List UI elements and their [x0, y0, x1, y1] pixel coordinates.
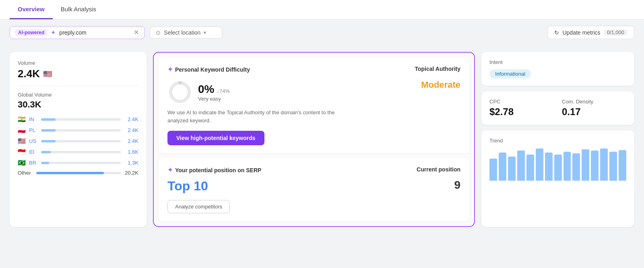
top-nav: Overview Bulk Analysis	[0, 0, 644, 19]
trend-bar	[526, 155, 534, 181]
country-flag: 🇧🇷	[18, 159, 26, 167]
other-row: Other 20.2K	[18, 170, 138, 176]
country-bar	[41, 151, 51, 153]
trend-bar	[508, 157, 516, 181]
trend-label: Trend	[489, 138, 626, 144]
global-volume-label: Global Volume	[18, 92, 138, 98]
pkd-percent: 0% ↓74%	[198, 83, 230, 96]
pkd-percent-value: 0%	[198, 83, 214, 96]
ai-badge: AI-powered	[15, 29, 47, 36]
trend-bar	[582, 149, 589, 181]
current-position-label: Current position	[417, 166, 460, 173]
country-bar-container	[41, 162, 121, 164]
view-keywords-button[interactable]: View high-potential keywords	[167, 131, 264, 145]
country-value: 1.6K	[124, 149, 138, 155]
spark-icon: ✦	[51, 29, 56, 36]
update-count: 0/1,000	[604, 29, 627, 36]
location-selector[interactable]: ⊙ Select location ▾	[150, 27, 222, 39]
volume-label: Volume	[18, 60, 138, 66]
pkd-header: ✦ Personal Keyword Difficulty Topical Au…	[167, 66, 460, 73]
trend-bar	[619, 150, 626, 181]
pkd-description: We use AI to indicate the Topical Author…	[167, 109, 460, 124]
update-metrics-button[interactable]: ↻ Update metrics 0/1,000	[547, 26, 634, 39]
country-bar	[41, 118, 56, 121]
divider-1	[18, 86, 138, 86]
density-section: Com. Density 0.17	[562, 99, 626, 118]
refresh-icon: ↻	[554, 29, 559, 36]
serp-header: ✦ Your potential position on SERP Curren…	[167, 166, 460, 174]
clear-button[interactable]: ✕	[133, 29, 140, 36]
tab-overview[interactable]: Overview	[10, 0, 53, 19]
cpc-label: CPC	[489, 99, 554, 105]
search-box: AI-powered ✦ ✕	[10, 26, 145, 39]
pkd-card: ✦ Personal Keyword Difficulty Topical Au…	[159, 58, 469, 153]
location-icon: ⊙	[156, 29, 161, 36]
country-flag: 🇮🇩	[18, 148, 26, 156]
country-row: 🇮🇩 ID 1.6K	[18, 148, 138, 156]
trend-card: Trend	[481, 130, 634, 227]
middle-highlighted: ✦ Personal Keyword Difficulty Topical Au…	[153, 52, 475, 227]
trend-bar	[489, 159, 497, 181]
trend-bar	[545, 153, 553, 181]
donut-chart	[167, 80, 192, 105]
chevron-down-icon: ▾	[204, 30, 206, 35]
trend-bar	[554, 155, 562, 181]
country-code: IN	[29, 116, 38, 122]
pkd-delta: ↓74%	[217, 88, 230, 94]
cpc-density-row: CPC $2.78 Com. Density 0.17	[489, 99, 626, 118]
trend-bars	[489, 148, 626, 181]
serp-body: Top 10 9	[167, 179, 460, 194]
country-row: 🇺🇸 US 2.4K	[18, 137, 138, 145]
intent-card: Intent Informational	[481, 52, 634, 86]
pkd-title-text: Personal Keyword Difficulty	[175, 66, 250, 73]
main-content: Volume 2.4K 🇺🇸 Global Volume 30.3K 🇮🇳 IN…	[0, 45, 644, 233]
analyze-competitors-button[interactable]: Analyze competitors	[167, 200, 230, 213]
domain-input[interactable]	[59, 29, 130, 36]
global-volume-value: 30.3K	[18, 99, 138, 110]
cpc-value: $2.78	[489, 106, 554, 118]
other-bar-container	[36, 172, 121, 174]
country-bar	[41, 140, 56, 142]
topical-auth-value: Moderate	[421, 80, 460, 90]
update-metrics-label: Update metrics	[562, 29, 600, 36]
country-bar	[41, 129, 56, 132]
trend-bar	[591, 150, 599, 181]
country-flag: 🇺🇸	[18, 137, 26, 145]
svg-point-0	[171, 83, 189, 101]
trend-bar	[609, 152, 617, 181]
country-bar	[41, 162, 49, 164]
country-bar-container	[41, 118, 121, 121]
country-bar-container	[41, 151, 121, 153]
pkd-stats: 0% ↓74% Very easy	[198, 83, 230, 102]
tab-bulk-analysis[interactable]: Bulk Analysis	[53, 0, 104, 19]
density-label: Com. Density	[562, 99, 626, 105]
location-text: Select location	[164, 29, 200, 36]
country-code: ID	[29, 149, 38, 155]
right-sidebar: Intent Informational CPC $2.78 Com. Dens…	[481, 52, 634, 227]
cpc-density-card: CPC $2.78 Com. Density 0.17	[481, 91, 634, 125]
trend-bar	[499, 153, 506, 181]
trend-bar	[600, 148, 608, 181]
country-row: 🇵🇱 PL 2.4K	[18, 126, 138, 134]
other-bar	[36, 172, 104, 174]
country-code: BR	[29, 160, 38, 166]
density-value: 0.17	[562, 106, 626, 118]
country-list: 🇮🇳 IN 2.4K 🇵🇱 PL 2.4K 🇺🇸 US 2.4K 🇮🇩 ID	[18, 115, 138, 167]
country-bar-container	[41, 140, 121, 142]
trend-bar	[517, 150, 525, 181]
pkd-title: ✦ Personal Keyword Difficulty	[167, 66, 250, 73]
topical-auth-label: Topical Authority	[415, 66, 460, 72]
serp-title: ✦ Your potential position on SERP	[167, 166, 261, 174]
country-code: PL	[29, 127, 38, 133]
serp-title-text: Your potential position on SERP	[175, 167, 261, 173]
country-row: 🇮🇳 IN 2.4K	[18, 115, 138, 123]
country-flag: 🇮🇳	[18, 115, 26, 123]
volume-flag: 🇺🇸	[43, 70, 52, 78]
pkd-spark-icon: ✦	[167, 66, 173, 73]
volume-number: 2.4K	[18, 68, 40, 80]
cpc-section: CPC $2.78	[489, 99, 554, 118]
left-panel: Volume 2.4K 🇺🇸 Global Volume 30.3K 🇮🇳 IN…	[10, 52, 147, 227]
pkd-body: 0% ↓74% Very easy Moderate	[167, 80, 460, 105]
other-label: Other	[18, 170, 33, 176]
other-value: 20.2K	[124, 170, 138, 176]
